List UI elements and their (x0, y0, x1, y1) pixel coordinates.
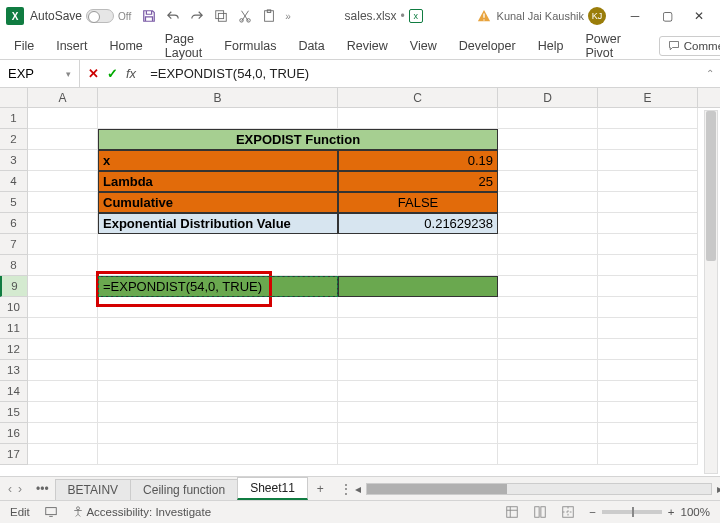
cell[interactable] (498, 339, 598, 360)
cell[interactable] (338, 234, 498, 255)
cell[interactable] (28, 339, 98, 360)
row-header[interactable]: 17 (0, 444, 28, 465)
label-cumulative[interactable]: Cumulative (98, 192, 338, 213)
row-header[interactable]: 3 (0, 150, 28, 171)
autosave-toggle[interactable]: AutoSave Off (30, 9, 131, 23)
tab-home[interactable]: Home (107, 35, 144, 57)
cell[interactable] (598, 255, 698, 276)
accessibility-status[interactable]: Accessibility: Investigate (72, 506, 211, 518)
zoom-slider[interactable] (602, 510, 662, 514)
row-header[interactable]: 1 (0, 108, 28, 129)
display-settings-icon[interactable] (44, 505, 58, 519)
cell[interactable] (338, 423, 498, 444)
cell[interactable] (98, 444, 338, 465)
cell[interactable] (498, 213, 598, 234)
maximize-button[interactable]: ▢ (652, 5, 682, 27)
row-header[interactable]: 13 (0, 360, 28, 381)
cell[interactable] (338, 444, 498, 465)
cell[interactable] (498, 276, 598, 297)
undo-icon[interactable] (165, 8, 181, 24)
tab-review[interactable]: Review (345, 35, 390, 57)
cell[interactable] (28, 276, 98, 297)
cell[interactable] (28, 192, 98, 213)
col-header-d[interactable]: D (498, 88, 598, 107)
view-normal-icon[interactable] (505, 505, 519, 519)
redo-icon[interactable] (189, 8, 205, 24)
cell[interactable] (598, 444, 698, 465)
cell[interactable] (498, 108, 598, 129)
cell[interactable] (498, 318, 598, 339)
cell[interactable] (598, 192, 698, 213)
cell[interactable] (98, 339, 338, 360)
col-header-e[interactable]: E (598, 88, 698, 107)
zoom-out-button[interactable]: − (589, 506, 596, 518)
cell[interactable] (98, 402, 338, 423)
row-header[interactable]: 10 (0, 297, 28, 318)
row-header[interactable]: 11 (0, 318, 28, 339)
tab-data[interactable]: Data (296, 35, 326, 57)
cell[interactable] (28, 318, 98, 339)
tab-insert[interactable]: Insert (54, 35, 89, 57)
scrollbar-thumb[interactable] (706, 111, 716, 261)
cell[interactable] (28, 129, 98, 150)
value-cumulative[interactable]: FALSE (338, 192, 498, 213)
cell[interactable] (598, 171, 698, 192)
cell[interactable] (28, 213, 98, 234)
cell[interactable] (598, 360, 698, 381)
cell[interactable] (338, 297, 498, 318)
cell[interactable] (98, 318, 338, 339)
select-all-corner[interactable] (0, 88, 28, 107)
cell[interactable] (338, 276, 498, 297)
sheet-prev-icon[interactable]: ‹ (8, 482, 12, 496)
cell[interactable] (28, 423, 98, 444)
save-icon[interactable] (141, 8, 157, 24)
name-box[interactable]: EXP ▾ (0, 60, 80, 87)
chevron-down-icon[interactable]: ▾ (66, 69, 71, 79)
cell[interactable] (598, 213, 698, 234)
col-header-b[interactable]: B (98, 88, 338, 107)
view-page-layout-icon[interactable] (533, 505, 547, 519)
cell[interactable] (338, 402, 498, 423)
tab-help[interactable]: Help (536, 35, 566, 57)
row-header[interactable]: 2 (0, 129, 28, 150)
scroll-left-icon[interactable]: ◂ (355, 482, 361, 496)
row-header[interactable]: 14 (0, 381, 28, 402)
row-header[interactable]: 6 (0, 213, 28, 234)
label-lambda[interactable]: Lambda (98, 171, 338, 192)
close-button[interactable]: ✕ (684, 5, 714, 27)
zoom-in-button[interactable]: + (668, 506, 675, 518)
cell[interactable] (28, 150, 98, 171)
cell[interactable] (98, 234, 338, 255)
cell[interactable] (28, 381, 98, 402)
paste-icon[interactable] (261, 8, 277, 24)
tab-view[interactable]: View (408, 35, 439, 57)
cell[interactable] (598, 234, 698, 255)
cell[interactable] (498, 171, 598, 192)
qat-overflow-icon[interactable]: » (285, 11, 291, 22)
cell[interactable] (598, 129, 698, 150)
cell[interactable] (598, 423, 698, 444)
copy-icon[interactable] (213, 8, 229, 24)
table-title[interactable]: EXPODIST Function (98, 129, 498, 150)
toggle-off-icon[interactable] (86, 9, 114, 23)
cell[interactable] (98, 108, 338, 129)
cell[interactable] (338, 381, 498, 402)
view-page-break-icon[interactable] (561, 505, 575, 519)
cancel-formula-button[interactable]: ✕ (88, 66, 99, 81)
horizontal-scrollbar[interactable]: ◂ ▸ (366, 483, 712, 495)
cell[interactable] (28, 444, 98, 465)
row-header[interactable]: 5 (0, 192, 28, 213)
cell[interactable] (338, 255, 498, 276)
col-header-a[interactable]: A (28, 88, 98, 107)
cell[interactable] (28, 255, 98, 276)
sheet-tab-ceiling[interactable]: Ceiling function (130, 479, 238, 500)
tab-developer[interactable]: Developer (457, 35, 518, 57)
cell[interactable] (98, 297, 338, 318)
cell[interactable] (98, 381, 338, 402)
cell[interactable] (28, 108, 98, 129)
cell[interactable] (28, 234, 98, 255)
zoom-level[interactable]: 100% (681, 506, 710, 518)
value-result[interactable]: 0.21629238 (338, 213, 498, 234)
cut-icon[interactable] (237, 8, 253, 24)
cell[interactable] (598, 381, 698, 402)
